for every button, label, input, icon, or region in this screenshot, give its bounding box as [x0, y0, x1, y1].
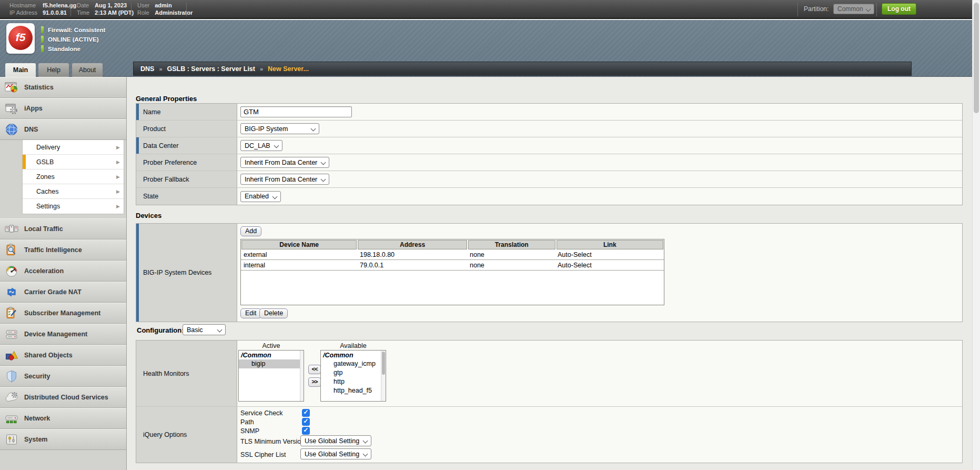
ssl-cipher-list-select[interactable]: Use Global Setting — [300, 448, 371, 459]
logout-button[interactable]: Log out — [882, 3, 916, 15]
general-properties-title: General Properties — [136, 95, 197, 103]
sidebar-item-dns[interactable]: DNS — [0, 119, 126, 140]
status-firewall-text: Firewall: Consistent — [48, 27, 105, 33]
f5-logo-card: f5 — [6, 23, 35, 54]
sidebar-item-label: Local Traffic — [24, 225, 63, 233]
available-list-scrollbar[interactable] — [381, 351, 386, 401]
sidebar-item-label: Device Management — [24, 331, 87, 338]
available-monitors-listbox[interactable]: /Common gateway_icmp gtp http http_head_… — [320, 350, 386, 402]
breadcrumb-server-list[interactable]: GSLB : Servers : Server List — [167, 65, 255, 73]
top-bar: Hostname f5.helena.gg IP Address 91.0.0.… — [0, 0, 980, 19]
submenu-label: GSLB — [36, 158, 54, 166]
f5-bigip-screen: Hostname f5.helena.gg IP Address 91.0.0.… — [0, 0, 980, 470]
form-row-prober-preference: Prober Preference Inherit From Data Cent… — [136, 154, 962, 171]
sidebar-item-traffic-intelligence[interactable]: Traffic Intelligence — [0, 239, 126, 261]
sidebar-item-distributed-cloud-services[interactable]: Distributed Cloud Services — [0, 387, 126, 408]
sidebar-item-local-traffic[interactable]: Local Traffic — [0, 218, 126, 239]
snmp-label: SNMP — [240, 427, 259, 435]
breadcrumb-dns[interactable]: DNS — [140, 65, 154, 73]
f5-logo-icon[interactable]: f5 — [8, 26, 33, 50]
tab-main[interactable]: Main — [5, 63, 36, 77]
available-monitor-gateway-icmp[interactable]: gateway_icmp — [321, 359, 386, 368]
edit-device-button[interactable]: Edit — [240, 308, 261, 318]
sidebar-item-network[interactable]: Network — [0, 408, 126, 429]
sidebar-item-gslb[interactable]: GSLB ▶ — [23, 155, 124, 169]
active-monitor-bigip[interactable]: bigip — [239, 359, 304, 368]
hostname-value: f5.helena.gg — [43, 2, 76, 9]
prober-fallback-select[interactable]: Inherit From Data Center — [240, 174, 329, 185]
page-scrollbar[interactable] — [972, 0, 980, 470]
submenu-label: Zones — [36, 173, 55, 181]
sidebar-item-shared-objects[interactable]: Shared Objects — [0, 345, 126, 366]
topbar-divider — [876, 3, 877, 16]
iquery-options-label: iQuery Options — [136, 407, 237, 463]
service-check-checkbox[interactable] — [302, 409, 310, 417]
general-properties-table: Name Product BIG-IP System Data Center D… — [136, 103, 963, 205]
sidebar-item-label: Distributed Cloud Services — [24, 394, 108, 401]
sidebar-item-system[interactable]: System — [0, 429, 126, 450]
device-name-cell: internal — [241, 262, 357, 269]
main-content: General Properties Name Product BIG-IP S… — [127, 77, 980, 470]
available-monitor-gtp[interactable]: gtp — [321, 368, 386, 377]
sidebar-item-acceleration[interactable]: Acceleration — [0, 261, 126, 282]
scrollbar-thumb[interactable] — [382, 352, 385, 375]
active-partition-group: /Common — [239, 351, 304, 359]
sidebar-item-carrier-grade-nat[interactable]: Carrier Grade NAT — [0, 282, 126, 303]
time-value: 2:13 AM (PDT) — [95, 9, 134, 16]
available-monitor-http[interactable]: http — [321, 377, 386, 386]
devices-table: BIG-IP System Devices Add Device Name Ad… — [136, 223, 963, 322]
sidebar-item-statistics[interactable]: Statistics — [0, 77, 126, 98]
product-select[interactable]: BIG-IP System — [240, 123, 319, 134]
delete-device-button[interactable]: Delete — [259, 308, 288, 318]
prober-fallback-value: Inherit From Data Center — [245, 176, 317, 183]
state-select[interactable]: Enabled — [240, 191, 281, 202]
configuration-select[interactable]: Basic — [183, 324, 226, 335]
sidebar-item-label: Security — [24, 373, 50, 380]
ssl-cipher-list-value: Use Global Setting — [305, 451, 359, 458]
tls-minimum-version-select[interactable]: Use Global Setting — [300, 435, 371, 446]
available-monitor-http-head-f5[interactable]: http_head_f5 — [321, 386, 386, 395]
status-standalone: Standalone — [41, 45, 80, 53]
data-center-select[interactable]: DC_LAB — [240, 140, 282, 151]
tab-about[interactable]: About — [72, 63, 103, 77]
sidebar-item-label: Statistics — [24, 84, 54, 91]
sidebar-item-security[interactable]: Security — [0, 366, 126, 387]
partition-select[interactable]: Common — [833, 4, 874, 14]
snmp-checkbox[interactable] — [302, 427, 310, 435]
active-list-scrollbar[interactable] — [300, 351, 304, 401]
tab-help[interactable]: Help — [38, 63, 69, 77]
scrollbar-thumb[interactable] — [974, 3, 979, 113]
sidebar-item-label: Carrier Grade NAT — [24, 288, 82, 296]
device-name-column-header: Device Name — [241, 240, 357, 249]
link-column-header: Link — [557, 240, 663, 249]
move-to-active-button[interactable]: << — [308, 365, 321, 374]
sidebar-item-settings[interactable]: Settings ▶ — [23, 199, 124, 214]
hostname-label: Hostname — [9, 2, 37, 9]
submenu-label: Delivery — [36, 144, 60, 151]
date-label: Date — [77, 2, 89, 9]
path-checkbox[interactable] — [302, 418, 310, 426]
sidebar-item-subscriber-management[interactable]: Subscriber Management — [0, 303, 126, 324]
name-input[interactable] — [240, 106, 352, 117]
data-center-value: DC_LAB — [245, 142, 270, 149]
device-row-internal[interactable]: internal 79.0.0.1 none Auto-Select — [241, 260, 664, 271]
add-device-button[interactable]: Add — [240, 226, 261, 236]
address-cell: 79.0.0.1 — [357, 262, 467, 269]
sidebar-item-iapps[interactable]: iApps — [0, 98, 126, 119]
dns-submenu: Delivery ▶ GSLB ▶ Zones ▶ Caches ▶ Setti… — [22, 140, 124, 214]
topbar-divider — [70, 3, 71, 16]
sidebar-item-zones[interactable]: Zones ▶ — [23, 169, 124, 184]
translation-column-header: Translation — [468, 240, 555, 249]
active-monitors-listbox[interactable]: /Common bigip — [238, 350, 304, 402]
device-row-external[interactable]: external 198.18.0.80 none Auto-Select — [241, 249, 664, 260]
prober-preference-select[interactable]: Inherit From Data Center — [240, 157, 329, 168]
translation-cell: none — [467, 262, 555, 269]
system-icon — [4, 432, 19, 447]
sidebar-item-device-management[interactable]: Device Management — [0, 324, 126, 345]
move-to-available-button[interactable]: >> — [308, 377, 321, 387]
sidebar-item-caches[interactable]: Caches ▶ — [23, 184, 124, 199]
status-indicator-icon — [41, 26, 44, 33]
submenu-label: Caches — [36, 188, 58, 195]
subscriber-management-icon — [4, 306, 19, 321]
sidebar-item-delivery[interactable]: Delivery ▶ — [23, 140, 124, 155]
